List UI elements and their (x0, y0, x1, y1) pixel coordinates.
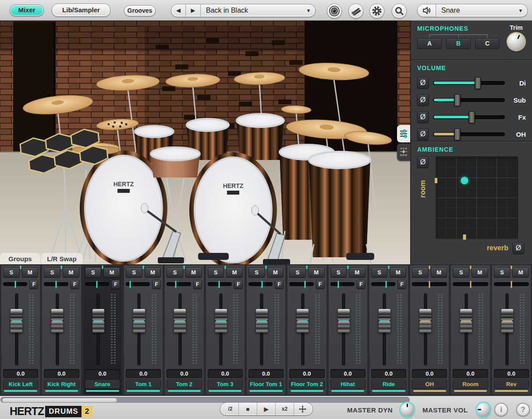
pan-slider[interactable] (494, 282, 529, 286)
instrument-dropdown-arrow[interactable]: ▼ (514, 8, 527, 13)
help-button[interactable]: ? (516, 403, 530, 416)
fader-value[interactable]: 0.0 (371, 369, 406, 378)
fader-track[interactable] (301, 293, 304, 366)
mute-button[interactable]: M (185, 267, 202, 277)
solo-button[interactable]: S (330, 267, 347, 277)
fader-handle[interactable] (501, 309, 513, 333)
solo-button[interactable]: S (126, 267, 142, 277)
search-button[interactable] (392, 4, 407, 18)
reverb-phase-button[interactable]: Ø (513, 242, 524, 254)
mute-button[interactable]: M (22, 267, 39, 277)
mixer-scrollbar-thumb[interactable] (2, 398, 117, 402)
ambience-dot[interactable] (461, 177, 468, 184)
ambience-xy-pad[interactable] (436, 156, 518, 239)
fader-handle[interactable] (256, 309, 268, 333)
mic-b-button[interactable]: B (446, 38, 471, 49)
mixer-panel-tab[interactable] (397, 125, 410, 142)
pan-slider[interactable] (248, 282, 273, 286)
fader-value[interactable]: 0.0 (3, 369, 38, 378)
fader-track[interactable] (342, 293, 345, 366)
pan-slider[interactable] (330, 282, 355, 286)
grooves-tab-button[interactable]: Grooves (124, 5, 156, 16)
solo-button[interactable]: S (3, 267, 20, 277)
solo-button[interactable]: S (453, 267, 469, 277)
fader-track[interactable] (220, 293, 223, 366)
fader-track[interactable] (260, 293, 263, 366)
preset-next-button[interactable]: ▶ (186, 4, 200, 17)
fx-button[interactable]: F (152, 280, 161, 289)
fader-track[interactable] (178, 293, 181, 366)
fader-track[interactable] (15, 293, 18, 366)
mixer-channel-hihat[interactable]: SMF0.0Hihat (328, 265, 368, 395)
mixer-channel-snare[interactable]: SMF0.0Snare (83, 265, 122, 395)
fader-value[interactable]: 0.0 (44, 369, 79, 378)
mixer-channel-rev[interactable]: SM0.0Rev (492, 265, 531, 395)
instrument-name[interactable]: Snare (436, 7, 514, 14)
fader-track[interactable] (506, 293, 509, 366)
mixer-channel-floor-tom-1[interactable]: SMF0.0Floor Tom 1 (246, 265, 286, 395)
fader-handle[interactable] (338, 309, 350, 333)
solo-button[interactable]: S (208, 267, 224, 277)
fx-button[interactable]: F (316, 280, 325, 289)
fader-handle[interactable] (419, 309, 431, 333)
mute-button[interactable]: M (308, 267, 325, 277)
fx-button[interactable]: F (193, 280, 202, 289)
fader-value[interactable]: 0.0 (453, 369, 488, 378)
mixer-channel-tom-2[interactable]: SMF0.0Tom 2 (164, 265, 204, 395)
pan-slider[interactable] (85, 282, 109, 286)
mute-button[interactable]: M (431, 267, 447, 277)
audition-button[interactable] (418, 4, 436, 17)
fader-value[interactable]: 0.0 (412, 369, 447, 378)
stop-button[interactable]: ■ (239, 403, 257, 415)
volume-slider-fx[interactable] (433, 115, 505, 119)
pan-slider[interactable] (371, 282, 395, 286)
bass-drum-right[interactable]: HERTZ (189, 152, 277, 264)
lib-sampler-tab-button[interactable]: Lib/Sampler (52, 4, 110, 17)
phase-button-di[interactable]: Ø (417, 77, 429, 89)
mute-button[interactable]: M (63, 267, 79, 277)
fader-handle[interactable] (92, 309, 104, 333)
phase-button-sub[interactable]: Ø (417, 94, 429, 106)
drum-kit-view[interactable]: HERTZ HERTZ (0, 21, 410, 264)
room-phase-button[interactable]: Ø (417, 156, 429, 168)
solo-button[interactable]: S (289, 267, 306, 277)
mute-button[interactable]: M (472, 267, 488, 277)
info-button[interactable]: i (494, 403, 508, 416)
drag-midi-button[interactable] (294, 403, 312, 415)
mute-button[interactable]: M (267, 267, 284, 277)
fader-track[interactable] (56, 293, 59, 366)
fader-value[interactable]: 0.0 (248, 369, 284, 378)
solo-button[interactable]: S (44, 267, 60, 277)
fader-handle[interactable] (174, 309, 186, 333)
mixer-tab-button[interactable]: Mixer (10, 4, 44, 16)
fader-track[interactable] (424, 293, 427, 366)
master-vol-knob[interactable] (477, 403, 490, 416)
mixer-channel-room[interactable]: SM0.0Room (450, 265, 490, 395)
fader-handle[interactable] (11, 309, 22, 333)
fader-value[interactable]: 0.0 (289, 369, 324, 378)
mute-button[interactable]: M (349, 267, 365, 277)
pan-slider[interactable] (289, 282, 313, 286)
speaker-mic-button[interactable] (327, 4, 342, 18)
slider-handle[interactable] (468, 111, 475, 123)
preset-prev-button[interactable]: ◀ (171, 4, 186, 17)
fx-button[interactable]: F (111, 280, 120, 289)
pan-slider[interactable] (167, 282, 191, 286)
phase-button-fx[interactable]: Ø (417, 111, 429, 123)
fx-button[interactable]: F (275, 280, 284, 289)
phase-button-oh[interactable]: Ø (417, 128, 429, 140)
preset-name[interactable]: Back in Black (201, 7, 302, 14)
mixer-channel-tom-3[interactable]: SMF0.0Tom 3 (206, 265, 245, 395)
fader-value[interactable]: 0.0 (167, 369, 202, 378)
mixer-channel-kick-right[interactable]: SMF0.0Kick Right (42, 265, 81, 395)
fader-value[interactable]: 0.0 (126, 369, 161, 378)
fader-value[interactable]: 0.0 (330, 369, 365, 378)
fx-button[interactable]: F (29, 280, 38, 289)
mute-button[interactable]: M (512, 267, 529, 277)
volume-slider-sub[interactable] (433, 98, 505, 102)
fader-handle[interactable] (297, 309, 309, 333)
fx-button[interactable]: F (71, 280, 79, 289)
solo-button[interactable]: S (85, 267, 102, 277)
kit-panel-tab[interactable] (397, 143, 410, 161)
lr-swap-tab[interactable]: L/R Swap (41, 253, 82, 264)
